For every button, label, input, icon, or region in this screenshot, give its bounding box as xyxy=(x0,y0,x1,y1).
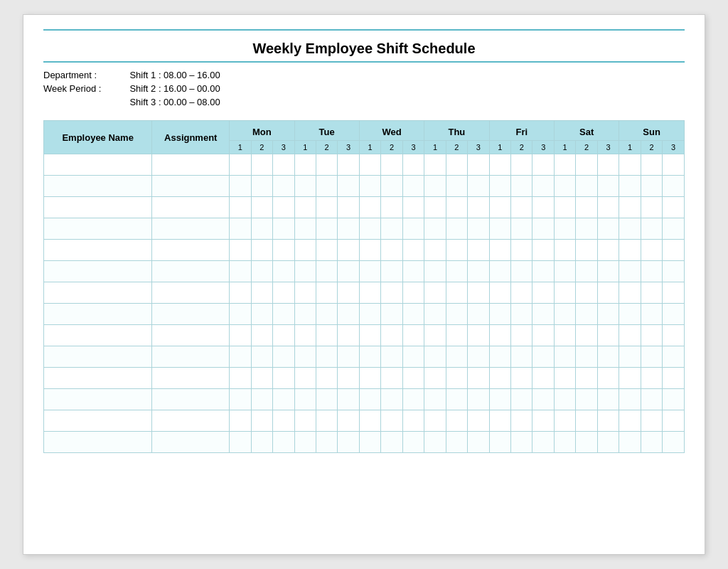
sat-shift1-cell[interactable] xyxy=(554,346,575,368)
mon-shift3-cell[interactable] xyxy=(273,346,294,368)
thu-shift1-cell[interactable] xyxy=(424,282,446,304)
fri-shift2-cell[interactable] xyxy=(511,176,532,197)
table-row[interactable] xyxy=(44,346,685,368)
sat-shift3-cell[interactable] xyxy=(597,240,619,261)
tue-shift3-cell[interactable] xyxy=(338,368,359,389)
tue-shift1-cell[interactable] xyxy=(294,304,316,325)
fri-shift2-cell[interactable] xyxy=(511,261,532,282)
thu-shift3-cell[interactable] xyxy=(468,154,489,176)
wed-shift1-cell[interactable] xyxy=(359,368,380,389)
thu-shift1-cell[interactable] xyxy=(424,325,446,346)
fri-shift1-cell[interactable] xyxy=(489,240,510,261)
thu-shift2-cell[interactable] xyxy=(446,325,467,346)
fri-shift1-cell[interactable] xyxy=(489,197,510,218)
sun-shift1-cell[interactable] xyxy=(619,325,641,346)
fri-shift3-cell[interactable] xyxy=(532,346,554,368)
tue-shift1-cell[interactable] xyxy=(294,218,316,240)
wed-shift1-cell[interactable] xyxy=(359,154,380,176)
sun-shift1-cell[interactable] xyxy=(619,218,641,240)
sun-shift2-cell[interactable] xyxy=(641,346,662,368)
fri-shift2-cell[interactable] xyxy=(511,325,532,346)
table-row[interactable] xyxy=(44,261,685,282)
sun-shift2-cell[interactable] xyxy=(641,261,662,282)
mon-shift2-cell[interactable] xyxy=(251,282,272,304)
wed-shift3-cell[interactable] xyxy=(402,432,424,453)
sat-shift3-cell[interactable] xyxy=(597,432,619,453)
tue-shift1-cell[interactable] xyxy=(294,325,316,346)
employee-name-cell[interactable] xyxy=(44,282,152,304)
mon-shift3-cell[interactable] xyxy=(273,154,294,176)
tue-shift3-cell[interactable] xyxy=(338,240,359,261)
wed-shift1-cell[interactable] xyxy=(359,240,380,261)
fri-shift2-cell[interactable] xyxy=(511,282,532,304)
sat-shift1-cell[interactable] xyxy=(554,325,575,346)
sun-shift3-cell[interactable] xyxy=(663,389,685,410)
fri-shift2-cell[interactable] xyxy=(511,197,532,218)
fri-shift1-cell[interactable] xyxy=(489,282,510,304)
wed-shift3-cell[interactable] xyxy=(402,218,424,240)
employee-name-cell[interactable] xyxy=(44,346,152,368)
tue-shift2-cell[interactable] xyxy=(316,282,337,304)
fri-shift1-cell[interactable] xyxy=(489,325,510,346)
employee-name-cell[interactable] xyxy=(44,197,152,218)
fri-shift3-cell[interactable] xyxy=(532,261,554,282)
sat-shift2-cell[interactable] xyxy=(576,410,597,432)
sat-shift2-cell[interactable] xyxy=(576,368,597,389)
mon-shift2-cell[interactable] xyxy=(251,325,272,346)
mon-shift2-cell[interactable] xyxy=(251,368,272,389)
assignment-cell[interactable] xyxy=(152,368,230,389)
assignment-cell[interactable] xyxy=(152,154,230,176)
sat-shift2-cell[interactable] xyxy=(576,346,597,368)
tue-shift3-cell[interactable] xyxy=(338,261,359,282)
fri-shift3-cell[interactable] xyxy=(532,432,554,453)
sat-shift3-cell[interactable] xyxy=(597,410,619,432)
tue-shift1-cell[interactable] xyxy=(294,176,316,197)
wed-shift1-cell[interactable] xyxy=(359,304,380,325)
wed-shift2-cell[interactable] xyxy=(381,346,402,368)
fri-shift2-cell[interactable] xyxy=(511,218,532,240)
assignment-cell[interactable] xyxy=(152,282,230,304)
thu-shift3-cell[interactable] xyxy=(468,176,489,197)
mon-shift1-cell[interactable] xyxy=(230,410,251,432)
employee-name-cell[interactable] xyxy=(44,154,152,176)
sun-shift2-cell[interactable] xyxy=(641,304,662,325)
mon-shift2-cell[interactable] xyxy=(251,240,272,261)
thu-shift2-cell[interactable] xyxy=(446,432,467,453)
tue-shift2-cell[interactable] xyxy=(316,325,337,346)
thu-shift2-cell[interactable] xyxy=(446,240,467,261)
sun-shift3-cell[interactable] xyxy=(663,240,685,261)
sun-shift3-cell[interactable] xyxy=(663,368,685,389)
fri-shift3-cell[interactable] xyxy=(532,325,554,346)
wed-shift3-cell[interactable] xyxy=(402,368,424,389)
mon-shift2-cell[interactable] xyxy=(251,346,272,368)
wed-shift2-cell[interactable] xyxy=(381,282,402,304)
tue-shift2-cell[interactable] xyxy=(316,176,337,197)
tue-shift1-cell[interactable] xyxy=(294,154,316,176)
employee-name-cell[interactable] xyxy=(44,325,152,346)
wed-shift2-cell[interactable] xyxy=(381,410,402,432)
sat-shift3-cell[interactable] xyxy=(597,218,619,240)
mon-shift3-cell[interactable] xyxy=(273,410,294,432)
assignment-cell[interactable] xyxy=(152,176,230,197)
thu-shift2-cell[interactable] xyxy=(446,261,467,282)
employee-name-cell[interactable] xyxy=(44,410,152,432)
wed-shift2-cell[interactable] xyxy=(381,154,402,176)
sat-shift3-cell[interactable] xyxy=(597,325,619,346)
employee-name-cell[interactable] xyxy=(44,218,152,240)
sun-shift1-cell[interactable] xyxy=(619,176,641,197)
sat-shift3-cell[interactable] xyxy=(597,176,619,197)
fri-shift3-cell[interactable] xyxy=(532,389,554,410)
fri-shift1-cell[interactable] xyxy=(489,368,510,389)
tue-shift1-cell[interactable] xyxy=(294,240,316,261)
fri-shift2-cell[interactable] xyxy=(511,368,532,389)
fri-shift2-cell[interactable] xyxy=(511,240,532,261)
thu-shift1-cell[interactable] xyxy=(424,218,446,240)
sun-shift2-cell[interactable] xyxy=(641,368,662,389)
sun-shift3-cell[interactable] xyxy=(663,176,685,197)
wed-shift1-cell[interactable] xyxy=(359,218,380,240)
mon-shift2-cell[interactable] xyxy=(251,304,272,325)
mon-shift2-cell[interactable] xyxy=(251,432,272,453)
wed-shift3-cell[interactable] xyxy=(402,346,424,368)
sat-shift1-cell[interactable] xyxy=(554,218,575,240)
wed-shift3-cell[interactable] xyxy=(402,240,424,261)
